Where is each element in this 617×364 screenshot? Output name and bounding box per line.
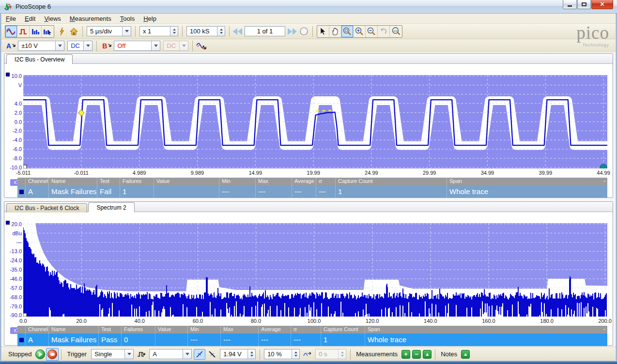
column-header-value[interactable]: Value — [155, 326, 187, 334]
x-tick-label: 40.0 — [126, 318, 153, 324]
maximize-icon — [582, 2, 586, 6]
square-wave-icon — [19, 28, 28, 35]
advanced-trigger-button[interactable] — [136, 349, 147, 360]
x-tick-label: 120.0 — [359, 318, 386, 324]
zoom-out-button[interactable] — [366, 26, 378, 37]
previous-buffer-button[interactable] — [233, 28, 243, 35]
channel-b-label[interactable]: B — [102, 42, 107, 50]
add-measurement-button[interactable]: + — [401, 350, 410, 359]
column-header-σ[interactable]: σ — [291, 326, 321, 334]
column-header-σ[interactable]: σ — [316, 178, 335, 185]
column-header-failures[interactable]: Failures — [120, 178, 154, 185]
cell-failures: 0 — [121, 334, 155, 346]
y-tick-label: 2.0 — [4, 110, 22, 116]
tab-i2c-bus-packet-6-clock[interactable]: I2C Bus - Packet 6 Clock — [6, 203, 87, 212]
column-header-name[interactable]: Name — [48, 326, 98, 334]
menu-measurements[interactable]: Measurements — [65, 14, 116, 23]
channel-a-label[interactable]: A — [6, 42, 11, 50]
minimize-button[interactable] — [563, 0, 577, 9]
column-header-test[interactable]: Test — [98, 326, 121, 334]
trigger-mode-select[interactable]: Single — [91, 349, 134, 359]
cell-max: --- — [220, 334, 258, 346]
measurement-row[interactable]: AMask FailuresFail1------------1Whole tr… — [17, 185, 607, 198]
title-bar[interactable]: PicoScope 6 ✕ — [0, 0, 617, 14]
column-header-capture-count[interactable]: Capture Count — [335, 178, 447, 185]
svg-text:100: 100 — [393, 30, 397, 32]
table-collapse-button[interactable]: - — [603, 178, 605, 184]
channel-b-options-arrow-icon[interactable] — [108, 44, 112, 48]
view-options-button[interactable] — [42, 26, 54, 37]
timebase-select[interactable]: 5 µs/div — [87, 26, 131, 36]
channel-a-range-select[interactable]: ±10 V — [18, 41, 64, 51]
windowed-zoom-button[interactable] — [341, 26, 354, 37]
scope-view-button[interactable] — [5, 26, 17, 37]
column-header-span[interactable]: Span — [365, 326, 607, 334]
column-header-min[interactable]: Min — [187, 326, 220, 334]
y-tick-label: 4.0 — [4, 101, 22, 106]
math-channels-button[interactable] — [195, 40, 207, 52]
menu-help[interactable]: Help — [139, 14, 161, 23]
trigger-level-stepper[interactable]: 1.94 V — [220, 349, 256, 359]
spectrum-chart[interactable] — [23, 223, 607, 317]
column-header-value[interactable]: Value — [154, 178, 219, 185]
menu-edit[interactable]: Edit — [20, 14, 40, 23]
post-trigger-delay-button[interactable] — [302, 349, 313, 360]
column-header-failures[interactable]: Failures — [121, 326, 155, 334]
column-header-max[interactable]: Max — [220, 326, 258, 334]
menu-tools[interactable]: Tools — [116, 14, 139, 23]
table-collapse-button[interactable]: - — [603, 326, 605, 333]
channel-color-square — [19, 338, 24, 342]
buffer-navigator-button[interactable] — [298, 26, 310, 37]
start-capture-button[interactable] — [35, 349, 45, 359]
channel-a-options-arrow-icon[interactable] — [12, 44, 16, 48]
next-buffer-button[interactable] — [287, 28, 297, 35]
auto-setup-button[interactable] — [56, 26, 68, 37]
scope-waveform-chart[interactable] — [23, 75, 607, 168]
pretrigger-stepper[interactable]: 10 % — [264, 349, 300, 359]
measurement-row[interactable]: AMask FailuresPass0------------1Whole tr… — [17, 334, 607, 346]
column-header-test[interactable]: Test — [97, 178, 120, 185]
rising-edge-button[interactable] — [194, 349, 205, 360]
channel-b-range-select[interactable]: Off — [114, 41, 160, 51]
zoom-in-button[interactable] — [354, 26, 366, 37]
hand-tool-button[interactable] — [329, 26, 341, 37]
trigger-source-select[interactable]: A — [149, 349, 192, 359]
notes-button[interactable]: ▲ — [461, 350, 470, 359]
table-header: ChannelNameTestFailuresValueMinMaxAverag… — [17, 326, 607, 334]
column-header-min[interactable]: Min — [219, 178, 255, 185]
menu-views[interactable]: Views — [40, 14, 65, 23]
samples-stepper[interactable]: 100 kS — [186, 26, 225, 36]
column-header-span[interactable]: Span — [447, 178, 607, 185]
spectrum-view-button[interactable] — [30, 26, 42, 37]
channel-a-coupling-select[interactable]: DC — [67, 41, 93, 51]
falling-edge-button[interactable] — [206, 349, 218, 360]
buffer-page-indicator[interactable]: 1 of 1 — [245, 26, 285, 36]
column-header-name[interactable]: Name — [48, 178, 97, 185]
column-header-channel[interactable]: Channel — [25, 178, 48, 185]
maximize-button[interactable] — [577, 0, 591, 9]
tab-spectrum-2[interactable]: Spectrum 2 — [88, 202, 134, 212]
undo-zoom-button[interactable] — [378, 26, 390, 37]
close-button[interactable]: ✕ — [591, 0, 613, 9]
x-zoom-value: x 1 — [140, 28, 154, 35]
normal-selection-button[interactable] — [317, 26, 329, 37]
column-header-max[interactable]: Max — [255, 178, 292, 185]
column-header-channel[interactable]: Channel — [25, 326, 48, 334]
column-header-capture-count[interactable]: Capture Count — [321, 326, 365, 334]
tab-i2c-bus-overview[interactable]: I2C Bus - Overview — [6, 54, 73, 64]
column-header-average[interactable]: Average — [292, 178, 316, 185]
stop-capture-button[interactable] — [47, 349, 57, 359]
edit-measurement-button[interactable]: ▲ — [423, 350, 432, 359]
zoom-full-button[interactable]: 100 — [390, 26, 402, 37]
spectrum-measurement-table[interactable]: ChannelNameTestFailuresValueMinMaxAverag… — [17, 326, 607, 346]
y-tick-label: -46.0 — [4, 276, 22, 282]
persistence-view-button[interactable] — [17, 26, 30, 37]
home-button[interactable] — [68, 26, 80, 37]
close-icon: ✕ — [600, 1, 604, 8]
x-zoom-stepper[interactable]: x 1 — [139, 26, 178, 36]
menu-file[interactable]: File — [1, 14, 20, 23]
expand-icon: ▲ — [463, 352, 468, 357]
scope-measurement-table[interactable]: ChannelNameTestFailuresValueMinMaxAverag… — [17, 178, 607, 198]
delete-measurement-button[interactable]: − — [412, 350, 421, 359]
column-header-average[interactable]: Average — [258, 326, 291, 334]
